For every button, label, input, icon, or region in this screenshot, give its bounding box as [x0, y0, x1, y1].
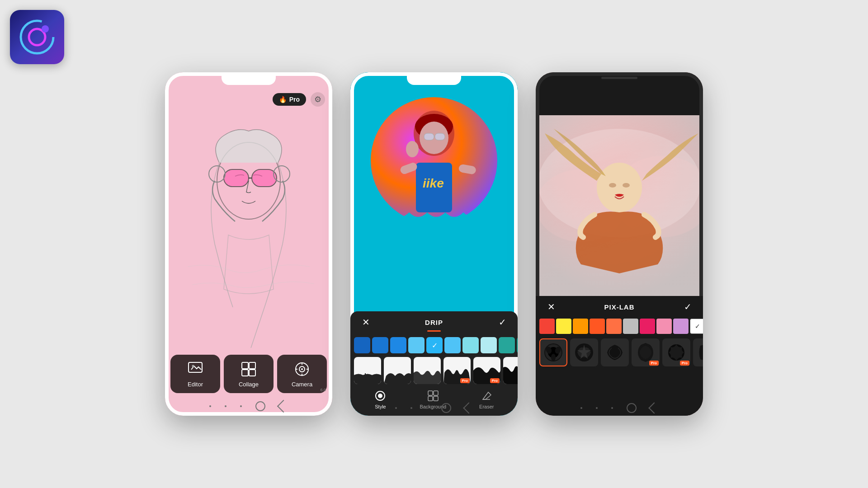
nav-item-collage[interactable]: Collage: [224, 355, 274, 393]
toolbar-check-button[interactable]: ✓: [496, 316, 509, 328]
svg-rect-42: [428, 396, 433, 401]
phone2-toolbar: ✕ DRIP ✓: [350, 311, 518, 416]
swatch3-grey[interactable]: [623, 319, 638, 334]
editor-label: Editor: [188, 381, 203, 388]
nav-item-camera[interactable]: Camera: [277, 355, 327, 393]
svg-point-18: [301, 368, 303, 370]
svg-point-33: [406, 141, 419, 157]
swatch3-deeporange[interactable]: [590, 319, 605, 334]
swatch3-yellow[interactable]: [556, 319, 571, 334]
swatch3-white-selected[interactable]: ✓: [690, 319, 703, 334]
tool-eraser[interactable]: Eraser: [479, 389, 494, 409]
color-swatch-5-selected[interactable]: [426, 337, 443, 353]
swatch3-orange2[interactable]: [606, 319, 622, 334]
color-swatch-8[interactable]: [481, 337, 497, 353]
brush-thumb-6[interactable]: Pro: [693, 338, 703, 366]
phone3-image-area: [536, 115, 703, 296]
style-thumb-6[interactable]: Pro: [503, 357, 518, 384]
p3-hb-dot1: [580, 407, 582, 409]
collage-label: Collage: [239, 381, 259, 388]
scene: 🔥 Pro ⚙: [0, 0, 868, 488]
phone-2: iike: [350, 72, 518, 416]
phone3-check-button[interactable]: ✓: [681, 300, 694, 313]
brush-thumb-1[interactable]: [539, 338, 567, 366]
color-swatch-10[interactable]: [517, 337, 518, 353]
toolbar-close-button[interactable]: ✕: [359, 316, 372, 328]
brush-thumb-4[interactable]: Pro: [632, 338, 660, 366]
hb-circle: [441, 403, 451, 413]
brush-thumb-5[interactable]: Pro: [662, 338, 690, 366]
brush-thumb-2[interactable]: [570, 338, 598, 366]
phone3-color-row: ✓: [536, 315, 703, 336]
svg-rect-41: [434, 391, 438, 395]
gear-button[interactable]: ⚙: [311, 92, 325, 107]
color-swatch-3[interactable]: [390, 337, 406, 353]
swatch3-pink[interactable]: [640, 319, 655, 334]
phone3-title-row: ✕ PIX-LAB ✓: [536, 296, 703, 315]
tool-style[interactable]: Style: [374, 389, 387, 409]
svg-rect-12: [242, 362, 248, 369]
hb-dot1: [395, 407, 397, 409]
svg-rect-15: [249, 370, 255, 376]
hb-dot2: [410, 407, 412, 409]
color-swatch-2[interactable]: [372, 337, 388, 353]
p3-hb-dot2: [596, 407, 598, 409]
flame-icon: 🔥: [279, 96, 287, 103]
swatch3-red[interactable]: [539, 319, 555, 334]
swatch3-purple[interactable]: [673, 319, 689, 334]
nav-item-editor[interactable]: Editor: [170, 355, 220, 393]
svg-point-11: [192, 365, 194, 367]
drip-effect: [368, 212, 500, 273]
color-swatch-6[interactable]: [444, 337, 461, 353]
svg-point-0: [21, 21, 53, 53]
app-icon[interactable]: [10, 10, 64, 64]
phone3-brush-row: Pro Pro Pro: [536, 336, 703, 369]
svg-point-39: [378, 394, 382, 398]
phone3-close-button[interactable]: ✕: [545, 300, 557, 313]
phone3-speaker: [601, 77, 637, 79]
phone1-home-bar: [209, 401, 288, 411]
svg-rect-26: [424, 133, 434, 140]
toolbar-title-row: ✕ DRIP ✓: [350, 311, 518, 330]
home-bar-dots3: [240, 405, 242, 407]
phone1-header: 🔥 Pro ⚙: [165, 89, 332, 110]
phone3-home-bar: [580, 403, 658, 413]
camera-label: Camera: [292, 381, 312, 388]
style-thumb-4[interactable]: Pro: [443, 357, 471, 384]
color-swatch-1[interactable]: [354, 337, 370, 353]
eraser-tool-label: Eraser: [479, 404, 494, 409]
p3-hb-circle: [627, 403, 637, 413]
color-swatch-4[interactable]: [408, 337, 425, 353]
home-bar-dots2: [225, 405, 226, 407]
phone-1-notch: [222, 72, 276, 85]
color-swatches-row: [350, 335, 518, 355]
style-thumb-5[interactable]: Pro: [473, 357, 500, 384]
svg-text:iike: iike: [423, 176, 444, 190]
collage-icon: [241, 361, 257, 377]
toolbar-accent: [427, 330, 441, 332]
svg-point-2: [42, 25, 49, 33]
phone2-circle: iike: [371, 97, 497, 224]
color-swatch-9[interactable]: [499, 337, 515, 353]
style-thumb-1[interactable]: [354, 357, 381, 384]
style-thumb-3[interactable]: [414, 357, 441, 384]
gear-icon: ⚙: [314, 94, 321, 104]
svg-point-34: [429, 267, 434, 271]
color-swatch-7[interactable]: [462, 337, 479, 353]
brush-thumb-3[interactable]: [601, 338, 629, 366]
pro-badge[interactable]: 🔥 Pro: [273, 93, 306, 106]
swatch3-orange[interactable]: [573, 319, 588, 334]
svg-rect-27: [435, 133, 445, 140]
svg-point-50: [609, 183, 616, 188]
camera-icon: [294, 361, 310, 377]
home-bar-dots: [209, 405, 211, 407]
background-tool-icon: [427, 389, 439, 402]
svg-point-49: [597, 163, 642, 212]
svg-rect-43: [434, 396, 438, 401]
style-thumb-2[interactable]: [384, 357, 411, 384]
phone3-top-bar: [536, 72, 703, 115]
swatch3-lightpink[interactable]: [656, 319, 672, 334]
svg-rect-14: [242, 370, 248, 376]
svg-rect-31: [399, 162, 418, 175]
pro-badge-brush5: Pro: [680, 361, 689, 366]
